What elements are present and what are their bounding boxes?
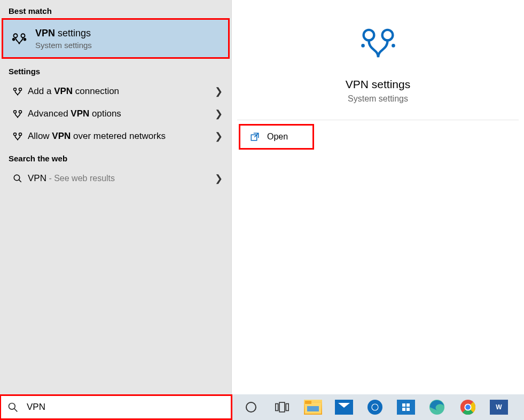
detail-subtitle: System settings	[348, 94, 408, 104]
best-match-vpn-settings[interactable]: VPN settings System settings	[3, 20, 228, 57]
svg-point-9	[19, 133, 22, 136]
chevron-right-icon: ❯	[215, 85, 223, 97]
settings-item-advanced-vpn[interactable]: Advanced VPN options ❯	[0, 103, 231, 125]
file-explorer-icon[interactable]	[302, 396, 324, 418]
taskbar: W	[0, 394, 524, 420]
vpn-icon	[9, 31, 30, 46]
edge-icon[interactable]	[426, 396, 448, 418]
task-view-icon[interactable]	[271, 396, 293, 418]
cortana-icon[interactable]	[240, 396, 262, 418]
settings-item-label: Add a VPN connection	[28, 86, 215, 97]
svg-point-14	[361, 44, 365, 48]
chevron-right-icon: ❯	[215, 173, 223, 184]
svg-rect-20	[276, 404, 278, 411]
vpn-icon	[9, 86, 27, 97]
dell-app-icon[interactable]	[364, 396, 386, 418]
svg-rect-32	[406, 408, 410, 411]
microsoft-store-icon[interactable]	[395, 396, 417, 418]
svg-point-6	[14, 111, 17, 113]
svg-rect-21	[279, 402, 285, 412]
vpn-icon	[9, 131, 27, 142]
svg-point-10	[14, 175, 20, 181]
search-web-header: Search the web	[0, 147, 231, 167]
svg-rect-30	[406, 403, 410, 407]
detail-header: VPN settings System settings	[237, 0, 519, 120]
settings-item-allow-vpn-metered[interactable]: Allow VPN over metered networks ❯	[0, 125, 231, 147]
best-match-header: Best match	[0, 0, 231, 20]
svg-rect-25	[307, 406, 319, 411]
svg-rect-22	[286, 404, 288, 411]
svg-point-12	[363, 30, 374, 41]
svg-point-5	[19, 88, 22, 91]
chevron-right-icon: ❯	[215, 130, 223, 142]
best-match-title: VPN settings	[35, 27, 92, 40]
web-result-label: VPN - See web results	[28, 173, 215, 184]
search-icon	[9, 174, 27, 183]
svg-point-3	[24, 38, 26, 41]
results-panel: Best match VPN settings System settings …	[0, 0, 232, 394]
vpn-icon	[9, 108, 27, 119]
open-label: Open	[267, 132, 288, 142]
svg-point-7	[19, 111, 22, 113]
detail-title: VPN settings	[346, 78, 410, 91]
svg-rect-29	[402, 403, 405, 407]
svg-point-1	[21, 34, 25, 37]
open-icon	[250, 132, 260, 142]
svg-point-8	[14, 133, 17, 136]
chrome-icon[interactable]	[457, 396, 479, 418]
taskbar-search-box[interactable]	[1, 396, 231, 418]
search-results-window: Best match VPN settings System settings …	[0, 0, 524, 394]
svg-point-2	[13, 38, 15, 41]
settings-item-add-vpn[interactable]: Add a VPN connection ❯	[0, 80, 231, 103]
search-icon	[7, 402, 18, 413]
svg-line-11	[19, 180, 21, 183]
svg-point-38	[465, 405, 470, 409]
vpn-icon-large	[359, 27, 397, 60]
settings-header: Settings	[0, 60, 231, 80]
word-icon[interactable]: W	[488, 396, 510, 418]
search-input[interactable]	[27, 402, 224, 413]
chevron-right-icon: ❯	[215, 108, 223, 120]
settings-item-label: Advanced VPN options	[28, 108, 215, 119]
svg-point-13	[382, 30, 393, 41]
settings-item-label: Allow VPN over metered networks	[28, 131, 215, 142]
svg-line-18	[14, 409, 18, 412]
svg-point-0	[14, 34, 18, 37]
open-button[interactable]: Open	[240, 126, 312, 148]
svg-rect-24	[305, 401, 311, 404]
svg-point-15	[392, 44, 395, 48]
detail-panel: VPN settings System settings Open	[232, 0, 524, 394]
web-result-vpn[interactable]: VPN - See web results ❯	[0, 167, 231, 190]
svg-point-17	[9, 403, 15, 410]
best-match-subtitle: System settings	[35, 41, 92, 50]
svg-point-19	[246, 402, 256, 412]
mail-icon[interactable]	[333, 396, 355, 418]
svg-rect-31	[402, 408, 405, 411]
svg-point-4	[14, 88, 17, 91]
